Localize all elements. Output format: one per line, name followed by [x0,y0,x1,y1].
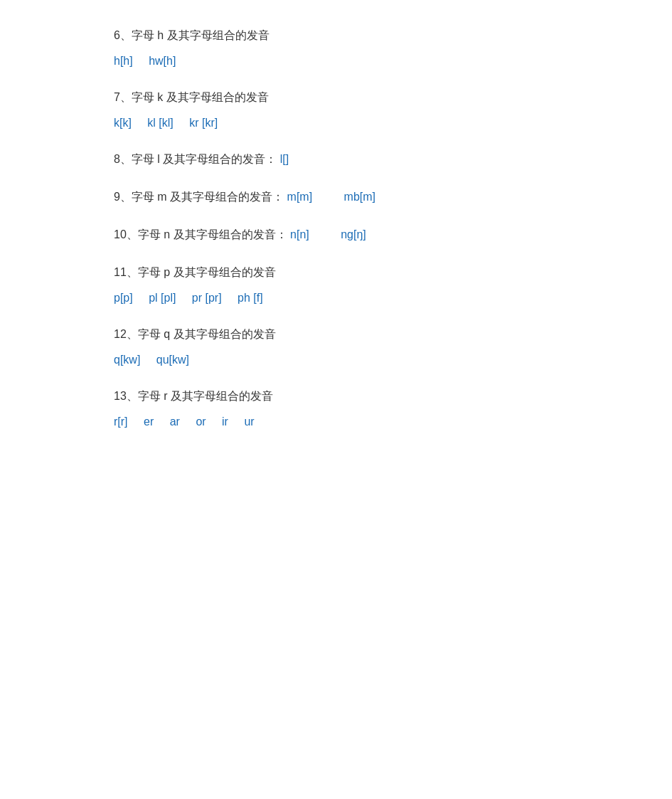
section-9: 9、字母 m 及其字母组合的发音： m[m] mb[m] [114,190,558,205]
section-7-title: 7、字母 k 及其字母组合的发音 [114,90,558,105]
phonetic-h: h[h] [114,55,133,67]
section-8-inline-phonetic: l[] [280,153,289,165]
phonetic-k: k[k] [114,117,132,129]
phonetic-ph: ph [f] [238,292,263,304]
section-9-inline-phonetic1: m[m] [287,191,313,203]
section-9-inline-phonetic2: mb[m] [344,191,375,203]
section-10: 10、字母 n 及其字母组合的发音： n[n] ng[ŋ] [114,228,558,243]
section-10-inline-phonetic1: n[n] [290,228,309,240]
section-8-title: 8、字母 l 及其字母组合的发音： l[] [114,152,558,167]
content-container: 6、字母 h 及其字母组合的发音 h[h] hw[h] 7、字母 k 及其字母组… [114,28,558,428]
phonetic-or: or [196,416,206,428]
section-13-phonetics: r[r] er ar or ir ur [114,416,558,428]
phonetic-kl: kl [kl] [147,117,173,129]
phonetic-er: er [144,416,154,428]
section-13: 13、字母 r 及其字母组合的发音 r[r] er ar or ir ur [114,389,558,428]
section-10-title: 10、字母 n 及其字母组合的发音： n[n] ng[ŋ] [114,228,558,243]
phonetic-r: r[r] [114,416,128,428]
section-11: 11、字母 p 及其字母组合的发音 p[p] pl [pl] pr [pr] p… [114,265,558,305]
phonetic-pr: pr [pr] [192,292,222,304]
section-10-inline-phonetic2: ng[ŋ] [341,228,366,240]
section-12: 12、字母 q 及其字母组合的发音 q[kw] qu[kw] [114,327,558,366]
phonetic-ur: ur [244,416,254,428]
phonetic-ar: ar [170,416,180,428]
section-9-title: 9、字母 m 及其字母组合的发音： m[m] mb[m] [114,190,558,205]
section-8: 8、字母 l 及其字母组合的发音： l[] [114,152,558,167]
section-11-title: 11、字母 p 及其字母组合的发音 [114,265,558,280]
phonetic-pl: pl [pl] [149,292,176,304]
section-7-phonetics: k[k] kl [kl] kr [kr] [114,117,558,129]
phonetic-p: p[p] [114,292,133,304]
section-12-title: 12、字母 q 及其字母组合的发音 [114,327,558,342]
section-6-title: 6、字母 h 及其字母组合的发音 [114,28,558,43]
phonetic-q: q[kw] [114,354,140,366]
phonetic-ir: ir [222,416,228,428]
section-13-title: 13、字母 r 及其字母组合的发音 [114,389,558,404]
section-12-phonetics: q[kw] qu[kw] [114,354,558,366]
phonetic-kr: kr [kr] [189,117,218,129]
section-6: 6、字母 h 及其字母组合的发音 h[h] hw[h] [114,28,558,68]
phonetic-qu: qu[kw] [156,354,189,366]
section-7: 7、字母 k 及其字母组合的发音 k[k] kl [kl] kr [kr] [114,90,558,129]
section-11-phonetics: p[p] pl [pl] pr [pr] ph [f] [114,292,558,305]
phonetic-hw: hw[h] [149,55,176,67]
section-6-phonetics: h[h] hw[h] [114,55,558,68]
